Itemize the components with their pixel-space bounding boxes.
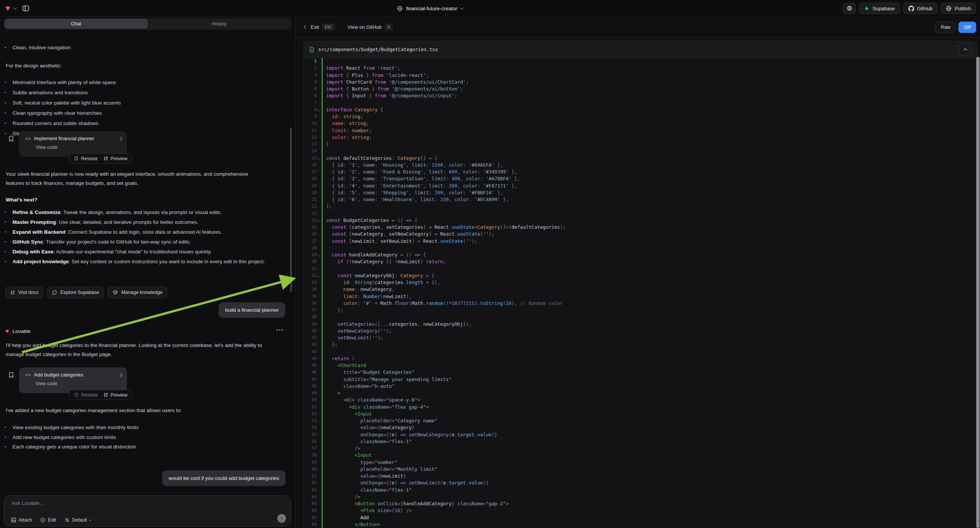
fold-chevron-icon[interactable] — [317, 254, 320, 256]
code-line: 46 title="Budget Categories" — [304, 369, 977, 376]
file-diff-card: src/components/budget/BudgetCategories.t… — [304, 41, 977, 528]
code-line: 39 setCategories([...categories, newCate… — [304, 321, 977, 328]
top-bullet-list: Clean, intuitive navigation — [0, 45, 71, 50]
code-line: 42 }; — [304, 341, 977, 348]
code-line: 28 — [304, 245, 977, 251]
code-line: 65 <Button onClick={handleAddCategory} c… — [304, 500, 977, 507]
publish-button[interactable]: Publish — [940, 3, 976, 14]
preview-button[interactable]: Preview — [103, 393, 127, 398]
image-icon — [11, 517, 16, 523]
code-line: 26 const [newCategory, setNewCategory] =… — [304, 231, 977, 237]
visit-docs-button[interactable]: Visit docs — [5, 286, 43, 299]
chevron-down-icon — [89, 518, 92, 521]
edit-button[interactable]: Edit — [40, 517, 56, 523]
bullet-item: Clean, intuitive navigation — [0, 45, 71, 50]
logo-menu-chevron-icon[interactable] — [13, 6, 17, 10]
version-card-title: Implement financial planner — [34, 135, 94, 141]
supabase-button[interactable]: Supabase — [859, 3, 900, 14]
user-message-build-planner: build a financial planner — [219, 302, 285, 318]
code-line: 19 { id: '4', name: 'Entertainment', lim… — [304, 183, 977, 189]
toggle-sidebar-button[interactable] — [22, 5, 30, 12]
view-code-link[interactable]: View code — [36, 381, 122, 386]
bullet-item: Add new budget categories with custom li… — [0, 433, 273, 442]
code-line: 49 > — [304, 390, 977, 396]
fold-chevron-icon[interactable] — [317, 157, 320, 159]
message-more-button[interactable]: ••• — [276, 327, 284, 333]
send-button[interactable]: ↑ — [277, 514, 286, 523]
publish-globe-icon — [946, 6, 951, 11]
code-line: 16 { id: '1', name: 'Housing', limit: 15… — [304, 162, 977, 169]
project-switcher[interactable]: financial-future-creator — [397, 0, 463, 17]
view-code-link[interactable]: View code — [36, 145, 122, 150]
code-line: 17 { id: '2', name: 'Food & Dining', lim… — [304, 169, 977, 175]
code-line: 47 subtitle="Manage your spending limits… — [304, 376, 977, 383]
file-path: src/components/budget/BudgetCategories.t… — [318, 46, 438, 52]
g-kbd: G — [385, 24, 393, 30]
code-line: 13} — [304, 141, 977, 148]
restore-preview-pill: Restore Preview — [69, 153, 132, 164]
bullet-item: Refine & Customize: Tweak the design, an… — [0, 208, 273, 218]
bookmark-icon[interactable] — [8, 372, 14, 379]
fold-chevron-icon[interactable] — [317, 109, 320, 111]
version-card-implement-financial-planner[interactable]: <> Implement financial planner View code — [19, 131, 127, 157]
assistant-message-ready: Your sleek financial planner is now read… — [6, 170, 263, 188]
code-line: 55 onChange={(e) => setNewCategory(e.tar… — [304, 431, 977, 438]
code-line: 5import { Button } from '@/components/ui… — [304, 86, 977, 92]
external-link-icon — [10, 290, 15, 295]
whats-next-heading: What's next? — [6, 197, 37, 203]
design-bullet-list: Minimalist interface with plenty of whit… — [0, 77, 280, 138]
version-card-add-budget-categories[interactable]: <> Add budget categories View code — [19, 367, 127, 393]
code-line: 64 /> — [304, 493, 977, 500]
raw-toggle-button[interactable]: Raw — [935, 22, 955, 33]
bookmark-icon[interactable] — [8, 135, 14, 142]
code-line: 4import ChartCard from '@/components/ui/… — [304, 79, 977, 86]
code-line: 15const defaultCategories: Category[] = … — [304, 155, 977, 162]
code-line: 25 const [categories, setCategories] = R… — [304, 224, 977, 231]
code-line: 37 }; — [304, 307, 977, 313]
preview-button[interactable]: Preview — [103, 156, 127, 161]
exit-button[interactable]: Exit ESC — [305, 24, 334, 30]
tab-chat[interactable]: Chat — [5, 19, 148, 29]
collapse-file-button[interactable] — [959, 44, 972, 56]
fold-chevron-icon[interactable] — [317, 275, 320, 277]
github-button[interactable]: GitHub — [903, 3, 937, 14]
code-view-panel: Exit ESC View on GitHub G Raw Diff src/c… — [295, 17, 980, 528]
code-icon: <> — [25, 136, 31, 141]
chat-scrollbar[interactable] — [290, 128, 292, 292]
lovable-logo[interactable]: ♥ — [5, 0, 10, 17]
code-line: 66 <Plus size={16} /> — [304, 507, 977, 514]
globe-icon — [397, 6, 402, 11]
sliders-icon — [64, 517, 70, 523]
tab-history[interactable]: History — [148, 19, 291, 29]
restore-icon — [74, 156, 79, 161]
restore-button[interactable]: Restore — [74, 393, 98, 398]
panel-left-icon — [22, 5, 30, 12]
explore-supabase-button[interactable]: Explore Supabase — [47, 286, 104, 299]
fold-chevron-icon[interactable] — [317, 219, 320, 221]
file-header[interactable]: src/components/budget/BudgetCategories.t… — [304, 41, 977, 58]
chevron-right-icon — [119, 135, 122, 141]
code-line: 44 return ( — [304, 355, 977, 362]
view-on-github-button[interactable]: View on GitHub G — [347, 24, 393, 30]
settings-button[interactable]: ⚙ — [843, 3, 856, 14]
file-added-icon — [309, 46, 314, 52]
manage-knowledge-button[interactable]: Manage knowledge — [108, 286, 167, 299]
window-scrollbar[interactable] — [976, 57, 980, 528]
code-line: 18 { id: '3', name: 'Transportation', li… — [304, 175, 977, 182]
chat-input[interactable] — [12, 500, 239, 506]
code-line: 7 — [304, 100, 977, 107]
top-bar: ♥ financial-future-creator ⚙ Supabase — [0, 0, 980, 17]
target-icon — [40, 517, 45, 523]
code-area[interactable]: 1 2import React from 'react';3import { P… — [304, 58, 977, 528]
attach-button[interactable]: Attach — [11, 517, 32, 523]
external-link-icon — [103, 156, 108, 161]
restore-preview-pill: Restore Preview — [69, 390, 132, 400]
diff-toggle-button[interactable]: Diff — [958, 22, 976, 33]
code-line: 48 className="h-auto" — [304, 383, 977, 390]
code-line: 53 placeholder="Category name" — [304, 417, 977, 424]
restore-button[interactable]: Restore — [74, 156, 98, 161]
assistant-name: Lovable — [13, 328, 30, 334]
mode-selector[interactable]: Default — [64, 517, 91, 523]
chat-bubble-icon — [52, 290, 57, 295]
bullet-item: Expand with Backend: Connect Supabase to… — [0, 227, 273, 237]
